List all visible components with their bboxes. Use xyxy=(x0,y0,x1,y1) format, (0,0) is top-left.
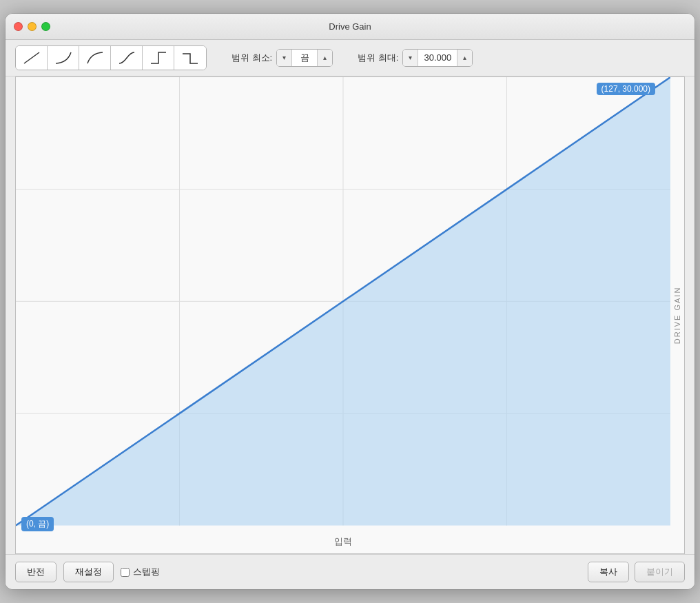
curve-step-up-button[interactable] xyxy=(143,46,174,70)
curve-selector xyxy=(15,45,207,70)
y-axis-label: DRIVE GAIN xyxy=(670,77,684,553)
reset-button[interactable]: 재설정 xyxy=(63,562,114,582)
range-max-label: 범위 최대: xyxy=(358,52,398,64)
range-max-control: ▾ 30.000 ▴ xyxy=(402,49,473,67)
range-min-group: 범위 최소: ▾ 끔 ▴ xyxy=(231,49,333,67)
footer-right: 복사 붙이기 xyxy=(588,562,685,582)
range-min-decrease-button[interactable]: ▾ xyxy=(277,50,292,66)
stepping-label: 스텝핑 xyxy=(133,566,160,578)
svg-line-0 xyxy=(24,52,39,63)
range-min-value: 끔 xyxy=(292,52,317,64)
stepping-checkbox[interactable] xyxy=(121,568,130,577)
chart-inner: (0, 끔) (127, 30.000) 입력 xyxy=(16,77,670,553)
range-max-decrease-button[interactable]: ▾ xyxy=(403,50,418,66)
curve-linear-button[interactable] xyxy=(16,46,48,70)
range-max-value: 30.000 xyxy=(418,52,457,63)
x-axis-label: 입력 xyxy=(334,535,352,548)
main-window: Drive Gain xyxy=(6,14,694,589)
chart-container[interactable]: (0, 끔) (127, 30.000) 입력 DRIVE GAIN xyxy=(15,76,685,554)
curve-concave-button[interactable] xyxy=(79,46,111,70)
footer: 반전 재설정 스텝핑 복사 붙이기 xyxy=(6,554,694,589)
minimize-button[interactable] xyxy=(28,22,37,31)
chart-tooltip-start: (0, 끔) xyxy=(21,517,54,531)
stepping-group: 스텝핑 xyxy=(121,566,160,578)
range-max-group: 범위 최대: ▾ 30.000 ▴ xyxy=(358,49,473,67)
curve-step-down-button[interactable] xyxy=(174,46,206,70)
range-min-increase-button[interactable]: ▴ xyxy=(317,50,332,66)
curve-scurve-button[interactable] xyxy=(111,46,143,70)
close-button[interactable] xyxy=(14,22,23,31)
titlebar: Drive Gain xyxy=(6,14,694,40)
range-min-label: 범위 최소: xyxy=(231,52,272,64)
titlebar-buttons xyxy=(14,22,50,31)
toolbar: 범위 최소: ▾ 끔 ▴ 범위 최대: ▾ 30.000 ▴ xyxy=(6,40,694,76)
copy-button[interactable]: 복사 xyxy=(588,562,629,582)
chart-svg xyxy=(16,77,670,553)
chart-tooltip-end: (127, 30.000) xyxy=(597,83,655,95)
range-min-control: ▾ 끔 ▴ xyxy=(276,49,333,67)
range-max-increase-button[interactable]: ▴ xyxy=(457,50,472,66)
maximize-button[interactable] xyxy=(41,22,50,31)
window-title: Drive Gain xyxy=(329,21,371,32)
curve-convex-button[interactable] xyxy=(48,46,79,70)
paste-button[interactable]: 붙이기 xyxy=(635,562,685,582)
invert-button[interactable]: 반전 xyxy=(15,562,56,582)
